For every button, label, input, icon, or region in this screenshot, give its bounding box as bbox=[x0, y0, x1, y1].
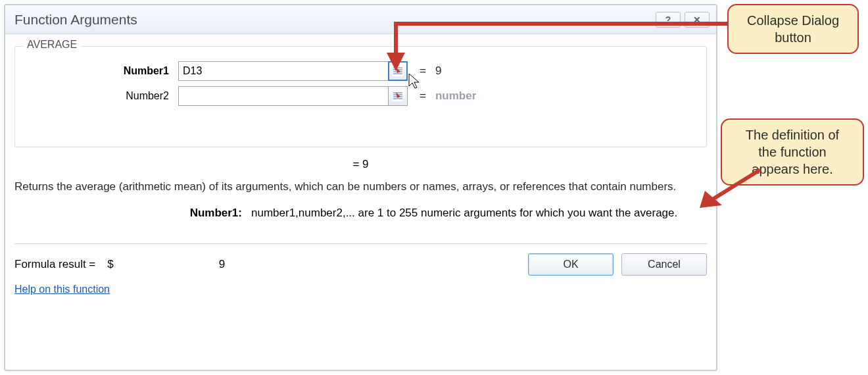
callout-definition: The definition of the function appears h… bbox=[721, 118, 864, 186]
arg-row-number1: Number1 bbox=[27, 61, 694, 81]
arg-result-number1: 9 bbox=[435, 64, 441, 78]
eq-sign: = bbox=[420, 89, 426, 103]
titlebar: Function Arguments ? ✕ bbox=[5, 5, 716, 34]
cancel-button[interactable]: Cancel bbox=[621, 253, 707, 276]
arg-label-number1: Number1 bbox=[27, 65, 178, 77]
help-button[interactable]: ? bbox=[656, 12, 681, 28]
dialog-title: Function Arguments bbox=[14, 12, 137, 28]
formula-result-value: 9 bbox=[219, 258, 225, 271]
arg-row-number2: Number2 = number bbox=[27, 86, 694, 106]
arg-input-wrap-number1 bbox=[178, 61, 408, 81]
footer-buttons: OK Cancel bbox=[528, 253, 707, 276]
footer-row: Formula result = $ 9 OK Cancel bbox=[14, 253, 707, 278]
argument-help-label: Number1: bbox=[14, 207, 251, 220]
function-arguments-dialog: Function Arguments ? ✕ AVERAGE Number1 bbox=[4, 4, 717, 371]
eq-sign: = bbox=[420, 64, 426, 78]
help-on-function-link[interactable]: Help on this function bbox=[14, 284, 707, 295]
titlebar-buttons: ? ✕ bbox=[656, 12, 710, 28]
mid-eq-result: = 9 bbox=[14, 158, 707, 171]
ok-button[interactable]: OK bbox=[528, 253, 614, 276]
function-name-label: AVERAGE bbox=[23, 39, 81, 51]
arg-input-wrap-number2 bbox=[178, 86, 408, 106]
divider bbox=[14, 243, 707, 244]
formula-result: Formula result = $ 9 bbox=[14, 258, 225, 271]
collapse-dialog-icon bbox=[392, 65, 404, 77]
formula-result-label: Formula result = bbox=[14, 258, 95, 271]
collapse-dialog-icon bbox=[392, 90, 404, 102]
collapse-dialog-button-number2[interactable] bbox=[388, 86, 408, 106]
argument-help-text: number1,number2,... are 1 to 255 numeric… bbox=[251, 207, 707, 220]
function-description: Returns the average (arithmetic mean) of… bbox=[14, 179, 707, 195]
arg-result-number2: number bbox=[435, 89, 476, 103]
arg-label-number2: Number2 bbox=[27, 90, 178, 102]
collapse-dialog-button-number1[interactable] bbox=[388, 61, 408, 81]
arg-input-number1[interactable] bbox=[178, 61, 389, 81]
arg-input-number2[interactable] bbox=[178, 86, 389, 106]
arguments-group: AVERAGE Number1 bbox=[14, 46, 707, 147]
callout-collapse-dialog: Collapse Dialog button bbox=[727, 4, 859, 54]
dialog-content: AVERAGE Number1 bbox=[5, 34, 716, 370]
argument-help-row: Number1: number1,number2,... are 1 to 25… bbox=[14, 207, 707, 220]
close-button[interactable]: ✕ bbox=[685, 12, 710, 28]
formula-result-currency: $ bbox=[107, 258, 113, 271]
